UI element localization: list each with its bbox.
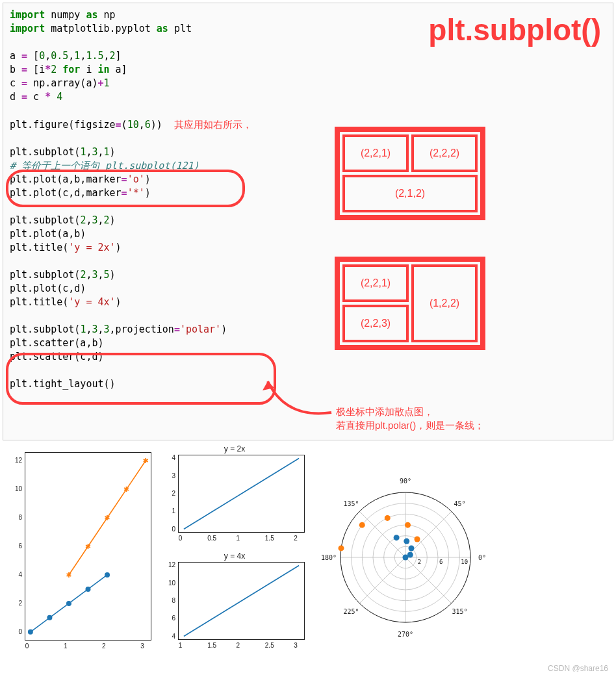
svg-text:225°: 225° [344, 608, 359, 615]
call: plt.figure(figsize [10, 119, 116, 131]
chart2-svg [178, 562, 305, 640]
kw-as: as [86, 9, 97, 21]
chart1-svg [178, 455, 305, 533]
expr: a] [110, 64, 127, 75]
note-app: 其应用如右所示， [174, 119, 252, 130]
watermark: CSDN @share16 [548, 664, 608, 672]
kw-import: import [10, 23, 45, 34]
paren: )) [151, 119, 162, 131]
sep: , [139, 119, 145, 131]
num: 0.5 [51, 50, 68, 62]
svg-line-27 [359, 557, 405, 603]
bracket: ] [116, 50, 122, 62]
chart-polar: 0°45°90°135°180°225°270°315°2610 [321, 473, 490, 642]
call: plt.scatter(c,d) [10, 351, 104, 362]
op: = [122, 187, 127, 199]
mod: matplotlib.pyplot [51, 23, 151, 34]
chart-left: ✱✱✱✱✱ 0246810120123 [5, 447, 155, 655]
svg-point-39 [409, 545, 415, 551]
kw-import: import [10, 9, 45, 21]
svg-point-45 [359, 522, 365, 528]
op: + [97, 77, 103, 89]
svg-point-3 [66, 601, 71, 606]
op: = [116, 119, 122, 131]
chart-polar-svg: 0°45°90°135°180°225°270°315°2610 [321, 473, 490, 642]
kwarg: ,projection [110, 324, 174, 335]
var: d [10, 91, 21, 103]
num: 1.5 [86, 50, 103, 62]
svg-point-1 [28, 629, 33, 635]
svg-text:315°: 315° [452, 608, 467, 615]
code-block: import numpy as np import matplotlib.pyp… [10, 8, 606, 391]
expr: [i [27, 64, 45, 75]
var: c [10, 77, 21, 89]
svg-point-40 [404, 539, 409, 544]
op: = [21, 50, 27, 62]
chart-bot-mid: y = 4x 468101211.522.53 [160, 554, 309, 655]
svg-point-41 [394, 535, 400, 540]
diagram2-cell-221: (2,2,1) [342, 264, 409, 302]
svg-text:✱: ✱ [143, 455, 149, 465]
sep: , [45, 50, 51, 62]
svg-point-2 [47, 615, 52, 620]
expr: np.array(a) [27, 77, 97, 89]
sep: , [97, 214, 103, 226]
svg-point-38 [407, 552, 413, 558]
paren: ) [221, 324, 227, 335]
str: 'y = 2x' [68, 242, 115, 253]
comment: # 等价于上一个语句 plt.subplot(121) [10, 160, 199, 171]
str: '*' [127, 187, 145, 199]
call: plt.subplot( [10, 269, 80, 281]
kw-in: in [97, 64, 109, 75]
chart-title-1: y = 2x [160, 444, 309, 453]
svg-point-42 [415, 536, 420, 542]
svg-line-31 [405, 557, 452, 603]
sep: , [97, 324, 103, 335]
call: plt.plot(a,b,marker [10, 173, 122, 185]
diagram1-cell-221: (2,2,1) [342, 134, 409, 172]
svg-text:10: 10 [461, 559, 468, 565]
charts-output: ✱✱✱✱✱ 0246810120123 y = 2x 0123400.511.5… [0, 443, 616, 672]
svg-text:✱: ✱ [105, 512, 110, 522]
num: 4 [51, 91, 62, 103]
var: b [10, 64, 21, 75]
num: 3 [104, 324, 110, 335]
chart-left-svg: ✱✱✱✱✱ [25, 452, 151, 641]
paren: ) [110, 146, 116, 158]
op: * [45, 91, 51, 103]
sep: , [97, 269, 103, 281]
arrow-icon [260, 367, 344, 432]
call: plt.plot(c,d,marker [10, 187, 122, 199]
svg-text:0°: 0° [478, 554, 486, 561]
chart-title-2: y = 4x [160, 552, 309, 561]
op: = [122, 173, 127, 185]
paren: ) [116, 296, 122, 308]
call: plt.plot(a,b) [10, 228, 86, 240]
paren: ) [145, 173, 151, 185]
sep: , [97, 146, 103, 158]
polar-note: 极坐标中添加散点图， 若直接用plt.polar()，则是一条线； [336, 405, 484, 432]
var: i [80, 64, 97, 75]
str: 'polar' [180, 324, 221, 335]
paren: ) [110, 269, 116, 281]
op: = [21, 77, 27, 89]
alias: np [104, 9, 116, 21]
call: plt.title( [10, 242, 68, 253]
call: plt.scatter(a,b) [10, 337, 104, 349]
diagram2-cell-122: (1,2,2) [411, 264, 478, 342]
num: 6 [145, 119, 151, 131]
paren: ) [116, 242, 122, 253]
op: * [45, 64, 51, 75]
num: 1 [104, 77, 110, 89]
code-panel: plt.subplot() import numpy as np import … [3, 3, 613, 440]
svg-point-4 [86, 587, 91, 592]
op: = [21, 91, 27, 103]
num: 2 [51, 64, 57, 75]
str: 'y = 4x' [68, 296, 115, 308]
num: 10 [127, 119, 139, 131]
str: 'o' [127, 173, 145, 185]
svg-text:270°: 270° [398, 631, 413, 638]
num: 2 [110, 50, 116, 62]
mod: numpy [51, 9, 80, 21]
svg-text:✱: ✱ [85, 540, 91, 551]
